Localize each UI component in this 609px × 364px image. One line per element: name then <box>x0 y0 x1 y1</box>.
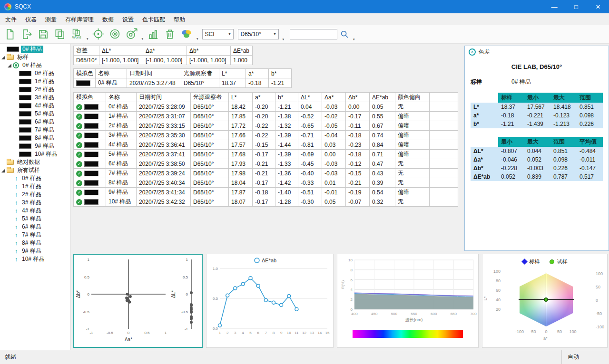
sample-row[interactable]: ✓3# 样品2020/7/25 3:35:30D65/10°17.66-0.22… <box>74 131 458 140</box>
save-button[interactable] <box>35 26 51 43</box>
tree-item[interactable]: 1# 样品 <box>0 77 70 86</box>
tree-item[interactable]: 8# 样品 <box>0 134 70 142</box>
auto-mode-cell[interactable]: 自动 <box>561 350 609 364</box>
tree-item[interactable]: 6# 样品 <box>0 118 70 126</box>
samples-header[interactable]: ΔE*ab <box>370 93 395 102</box>
tree-item[interactable]: ↑9# 样品 <box>0 247 70 255</box>
minimize-button[interactable]: — <box>543 0 565 13</box>
menu-item-4[interactable]: 存样库管理 <box>61 13 98 25</box>
menu-item-2[interactable]: 仪器 <box>21 13 41 25</box>
tree-item[interactable]: 0# 样品 <box>0 61 70 69</box>
samples-header[interactable]: a* <box>253 93 275 102</box>
toolbar-overflow-icon[interactable]: ▾ <box>196 37 198 41</box>
sample-row[interactable]: ✓4# 样品2020/7/25 3:36:41D65/10°17.57-0.15… <box>74 140 458 150</box>
tree-item[interactable]: ↑7# 样品 <box>0 231 70 239</box>
sample-row[interactable]: ✓10# 样品2020/7/25 3:42:32D65/10°18.07-0.1… <box>74 197 458 207</box>
menu-item-1[interactable]: 文件 <box>1 13 21 25</box>
samples-header[interactable]: ΔL* <box>298 93 322 102</box>
sample-row[interactable]: ✓5# 样品2020/7/25 3:37:41D65/10°17.68-0.17… <box>74 150 458 159</box>
stats-row-label: Δa* <box>471 155 498 164</box>
bar-chart-button[interactable] <box>145 26 161 43</box>
tree-item[interactable]: 5# 样品 <box>0 110 70 118</box>
toolbar-overflow-icon[interactable]: ▾ <box>283 38 285 41</box>
toolbar-overflow-icon[interactable]: ▾ <box>353 38 355 41</box>
tree-item[interactable]: ↑0# 样品 <box>0 174 70 182</box>
tree-item[interactable]: 0# 样品 <box>0 45 70 53</box>
menu-item-7[interactable]: 色卡匹配 <box>138 13 169 25</box>
search-input[interactable] <box>290 29 337 39</box>
toolbar-overflow-icon[interactable]: ▾ <box>87 37 88 41</box>
menu-item-6[interactable]: 设置 <box>118 13 138 25</box>
samples-header[interactable]: 日期时间 <box>137 93 191 102</box>
delete-button[interactable] <box>162 26 178 43</box>
tree-item[interactable]: ↑8# 样品 <box>0 239 70 247</box>
export-sample-button[interactable] <box>19 26 35 43</box>
close-button[interactable]: ✕ <box>587 0 609 13</box>
samples-header[interactable]: Δa* <box>322 93 346 102</box>
svg-text:0: 0 <box>351 307 353 312</box>
tree-item[interactable]: ↑3# 样品 <box>0 199 70 207</box>
tree-item[interactable]: 所有试样 <box>0 166 70 174</box>
sample-row[interactable]: ✓2# 样品2020/7/25 3:33:15D65/10°17.72-0.22… <box>74 121 458 131</box>
measure-button[interactable] <box>124 26 140 43</box>
arrow-icon: ↑ <box>13 232 20 239</box>
copy-to-word-button[interactable]: Word <box>69 26 85 43</box>
samples-header[interactable]: 颜色偏向 <box>395 93 430 102</box>
maximize-button[interactable]: □ <box>565 0 587 13</box>
tree-item[interactable]: 4# 样品 <box>0 102 70 110</box>
tree-item[interactable]: ↑10# 样品 <box>0 255 70 263</box>
axis-tick-label: -50 <box>527 329 539 334</box>
copy-button[interactable] <box>52 26 68 43</box>
tree-item[interactable]: ↑5# 样品 <box>0 215 70 223</box>
tree-item[interactable]: ↑4# 样品 <box>0 207 70 215</box>
standard-row[interactable]: 0# 样品2020/7/25 3:27:48D65/10°18.37-0.18-… <box>74 78 292 88</box>
calibration-target-button[interactable] <box>90 26 107 43</box>
sample-cell: -0.03 <box>322 169 346 178</box>
swatch-icon <box>19 79 31 84</box>
standard-header-row: 模拟色名称日期时间光源观察者L*a*b* <box>74 69 292 78</box>
sample-row[interactable]: ✓9# 样品2020/7/25 3:41:34D65/10°17.87-0.18… <box>74 188 458 197</box>
tree-item[interactable]: ↑1# 样品 <box>0 182 70 191</box>
tree-item[interactable]: 9# 样品 <box>0 142 70 150</box>
sample-row[interactable]: ✓8# 样品2020/7/25 3:40:34D65/10°18.04-0.17… <box>74 178 458 188</box>
samples-header[interactable]: 名称 <box>106 93 137 102</box>
tree-item[interactable]: 标样 <box>0 53 70 61</box>
menu-item-5[interactable]: 数据 <box>98 13 118 25</box>
mode-select[interactable]: SCI ▾ <box>202 29 234 39</box>
new-document-button[interactable] <box>2 26 18 43</box>
menu-item-8[interactable]: 帮助 <box>169 13 189 25</box>
sample-cell: -0.21 <box>253 159 275 169</box>
samples-header[interactable]: Δb* <box>346 93 370 102</box>
expander-icon[interactable] <box>1 56 5 59</box>
tree-item[interactable]: 7# 样品 <box>0 126 70 134</box>
tree-item[interactable]: 0# 样品 <box>0 69 70 77</box>
sample-row[interactable]: ✓7# 样品2020/7/25 3:39:24D65/10°17.98-0.21… <box>74 169 458 178</box>
sample-row[interactable]: ✓6# 样品2020/7/25 3:38:50D65/10°17.93-0.21… <box>74 159 458 169</box>
search-icon[interactable] <box>340 30 349 38</box>
samples-header[interactable]: 光源观察者 <box>191 93 229 102</box>
sample-row[interactable]: ✓0# 样品2020/7/25 3:28:09D65/10°18.42-0.20… <box>74 102 458 112</box>
menu-item-3[interactable]: 测量 <box>41 13 61 25</box>
target-rings-button[interactable] <box>107 26 123 43</box>
tree-item[interactable]: 2# 样品 <box>0 86 70 94</box>
color-palette-button[interactable] <box>178 26 195 43</box>
svg-text:600: 600 <box>431 312 437 316</box>
samples-header[interactable]: b* <box>275 93 298 102</box>
collapse-panel-icon[interactable]: ∧ <box>469 48 476 56</box>
illuminant-select[interactable]: D65/10° ▾ <box>238 29 279 39</box>
tree-item[interactable]: ↑2# 样品 <box>0 191 70 199</box>
stats-value: 0.098 <box>550 155 577 164</box>
sample-row[interactable]: ✓1# 样品2020/7/25 3:31:07D65/10°17.85-0.20… <box>74 112 458 121</box>
tolerance-row[interactable]: D65/10°[-1.000, 1.000][-1.000, 1.000][-1… <box>74 56 253 65</box>
toolbar-overflow-icon[interactable]: ▾ <box>142 37 144 41</box>
tree-item[interactable]: 绝对数据 <box>0 158 70 166</box>
samples-header[interactable]: 模拟色 <box>74 93 106 102</box>
expander-icon[interactable] <box>1 169 5 172</box>
tree-item[interactable]: 3# 样品 <box>0 94 70 102</box>
samples-header[interactable]: L* <box>229 93 253 102</box>
svg-text:15: 15 <box>325 331 330 335</box>
check-icon: ✓ <box>76 142 82 148</box>
tree-item[interactable]: ↑6# 样品 <box>0 223 70 231</box>
expander-icon[interactable] <box>8 64 11 67</box>
tree-item[interactable]: 10# 样品 <box>0 150 70 158</box>
